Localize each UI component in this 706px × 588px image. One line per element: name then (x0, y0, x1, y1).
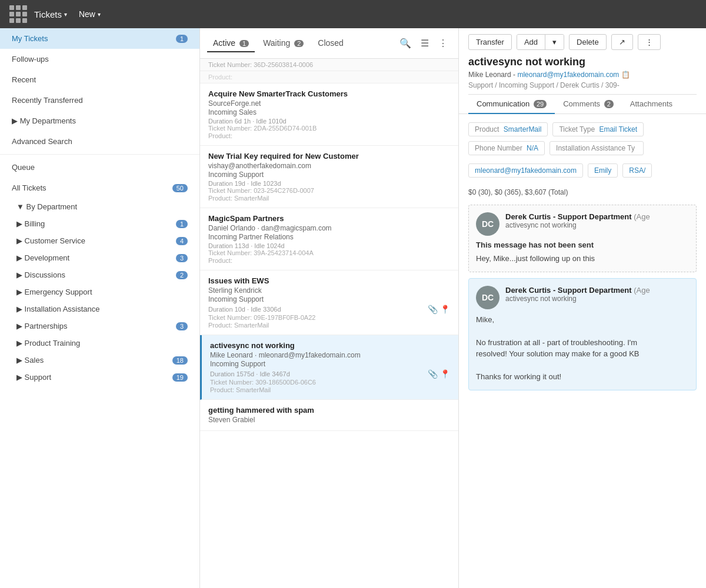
sidebar-item-dept-development[interactable]: ▶ Development3 (0, 249, 199, 266)
message-1-not-sent: This message has not been sent (476, 240, 689, 249)
tab-active[interactable]: Active 1 (207, 35, 255, 52)
new-dropdown-icon[interactable]: ▾ (98, 11, 101, 18)
tab-waiting-badge: 2 (294, 40, 304, 47)
ticket-contact-2: Daniel Orlando · dan@magicspam.com (208, 224, 450, 232)
ticket-icons-3: 📎 📍 (428, 305, 450, 314)
sidebar-item-dept-emergency-support[interactable]: ▶ Emergency Support (0, 283, 199, 300)
ticket-contact-4: Mike Leonard · mleonard@my1fakedomain.co… (210, 351, 450, 359)
sidebar-item-dept-installation-assistance[interactable]: ▶ Installation Assistance (0, 300, 199, 318)
ticket-item-2[interactable]: MagicSpam Partners Daniel Orlando · dan@… (200, 208, 458, 270)
ticket-item-4[interactable]: activesync not working Mike Leonard · ml… (200, 335, 458, 400)
department-list: ▶ Billing1▶ Customer Service4▶ Developme… (0, 215, 199, 386)
more-options-icon[interactable]: ⋮ (435, 35, 451, 51)
communication-badge: 29 (534, 100, 547, 108)
field-installation-type: Installation Assistance Ty (550, 141, 644, 155)
sidebar-item-dept-discussions[interactable]: ▶ Discussions2 (0, 266, 199, 283)
detail-subtitle: Mike Leonard - mleonard@my1fakedomain.co… (468, 71, 697, 79)
detail-tab-attachments[interactable]: Attachments (622, 95, 681, 114)
ticket-dept-0: Incoming Sales (208, 108, 450, 116)
tag-email[interactable]: mleonard@my1fakedomain.com (468, 163, 583, 178)
dept-badge-support: 19 (172, 373, 188, 382)
message-1-sender: Derek Curtis - Support Department (Age (505, 212, 650, 221)
detail-path: Support / Incoming Support / Derek Curti… (468, 81, 697, 89)
sidebar-item-follow-ups[interactable]: Follow-ups (0, 49, 199, 69)
search-icon[interactable]: 🔍 (396, 35, 415, 51)
transfer-button[interactable]: Transfer (468, 34, 512, 50)
detail-header: Transfer Add ▾ Delete ↗ ⋮ activesync not… (459, 28, 706, 114)
detail-tab-communication[interactable]: Communication 29 (468, 95, 555, 114)
delete-button[interactable]: Delete (569, 34, 607, 50)
dept-badge-sales: 18 (172, 356, 188, 365)
sidebar-item-dept-sales[interactable]: ▶ Sales18 (0, 352, 199, 369)
ticket-dept-2: Incoming Partner Relations (208, 233, 450, 241)
sidebar-item-all-tickets[interactable]: All Tickets 50 (0, 178, 199, 198)
detail-tabs: Communication 29 Comments 2 Attachments (468, 94, 697, 113)
ticket-item-1[interactable]: New Trial Key required for New Customer … (200, 146, 458, 208)
tab-waiting[interactable]: Waiting 2 (257, 35, 309, 52)
tab-active-badge: 1 (239, 40, 249, 47)
dept-badge-billing: 1 (176, 220, 188, 228)
dept-badge-partnerships: 3 (176, 322, 188, 330)
add-dropdown-button[interactable]: ▾ (545, 35, 564, 49)
detail-content: Product SmarterMail Ticket Type Email Ti… (459, 114, 706, 588)
all-tickets-badge: 50 (172, 184, 188, 192)
sidebar-item-dept-customer-service[interactable]: ▶ Customer Service4 (0, 232, 199, 249)
ticket-product-2: Product: (208, 257, 450, 264)
ticket-contact-1: vishay@anotherfakedomain.com (208, 162, 450, 170)
ticket-dept-4: Incoming Support (210, 360, 450, 368)
ticket-item-0[interactable]: Acquire New SmarterTrack Customers Sourc… (200, 83, 458, 146)
ticket-list: Active 1 Waiting 2 Closed 🔍 ☰ ⋮ Ticket N… (200, 28, 459, 588)
sidebar-item-dept-product-training[interactable]: ▶ Product Training (0, 335, 199, 352)
app-title[interactable]: Tickets (34, 9, 62, 19)
ticket-title-5: getting hammered with spam (208, 406, 450, 415)
app-grid-icon[interactable] (9, 5, 27, 23)
app-dropdown-icon[interactable]: ▾ (64, 11, 67, 18)
sidebar: My Tickets 1 Follow-ups Recent Recently … (0, 28, 200, 588)
contact-name: Mike Leonard (468, 71, 511, 79)
sidebar-item-my-departments[interactable]: ▶ My Departments (0, 111, 199, 131)
main-layout: My Tickets 1 Follow-ups Recent Recently … (0, 28, 706, 588)
message-1: DC Derek Curtis - Support Department (Ag… (468, 205, 697, 272)
avatar-1: DC (476, 212, 499, 236)
add-button[interactable]: Add (517, 35, 545, 49)
tab-closed[interactable]: Closed (312, 35, 349, 52)
external-link-button[interactable]: ↗ (611, 34, 633, 50)
sidebar-item-by-department[interactable]: ▼ By Department (0, 198, 199, 215)
ticket-product-1: Product: SmarterMail (208, 195, 450, 202)
tag-emily[interactable]: Emily (588, 163, 618, 178)
ticket-meta-0: Duration 6d 1h · Idle 1010d (208, 118, 450, 125)
sidebar-item-dept-partnerships[interactable]: ▶ Partnerships3 (0, 318, 199, 335)
detail-title: activesync not working (468, 56, 697, 68)
sidebar-item-dept-billing[interactable]: ▶ Billing1 (0, 215, 199, 232)
ticket-num-1: Ticket Number: 023-254C276D-0007 (208, 187, 450, 194)
dept-badge-development: 3 (176, 254, 188, 262)
ticket-product-4: Product: SmarterMail (210, 386, 450, 393)
ticket-num-0: Ticket Number: 2DA-255D6D74-001B (208, 125, 450, 132)
contact-email[interactable]: mleonard@my1fakedomain.com (517, 71, 619, 79)
ticket-dept-1: Incoming Support (208, 171, 450, 179)
comments-badge: 2 (604, 100, 614, 108)
more-options-button[interactable]: ⋮ (638, 34, 661, 50)
avatar-2: DC (476, 286, 499, 309)
sidebar-item-recent[interactable]: Recent (0, 69, 199, 90)
sidebar-item-dept-support[interactable]: ▶ Support19 (0, 369, 199, 386)
sidebar-item-my-tickets[interactable]: My Tickets 1 (0, 28, 199, 49)
sidebar-item-recently-transferred[interactable]: Recently Transferred (0, 90, 199, 111)
ticket-meta-3: Duration 10d · Idle 3306d 📎 📍 (208, 305, 450, 314)
sidebar-item-queue[interactable]: Queue (0, 157, 199, 178)
new-button[interactable]: New (79, 9, 95, 19)
ticket-product-header-0: Product: (200, 71, 458, 83)
ticket-item-5[interactable]: getting hammered with spam Steven Grabie… (200, 400, 458, 431)
ticket-title-1: New Trial Key required for New Customer (208, 152, 450, 161)
detail-tab-comments[interactable]: Comments 2 (555, 95, 622, 114)
ticket-contact-0: SourceForge.net (208, 99, 450, 108)
field-product: Product SmarterMail (468, 122, 548, 136)
ticket-meta-4: Duration 1575d · Idle 3467d 📎 📍 (210, 369, 450, 379)
dept-badge-customer-service: 4 (176, 237, 188, 245)
ticket-item-3[interactable]: Issues with EWS Sterling Kendrick Incomi… (200, 270, 458, 335)
tag-rsa[interactable]: RSA/ (622, 163, 652, 178)
filter-icon[interactable]: ☰ (417, 35, 432, 51)
cost-line: $0 (30), $0 (365), $3,607 (Total) (468, 186, 697, 199)
sidebar-item-advanced-search[interactable]: Advanced Search (0, 131, 199, 152)
ticket-meta-2: Duration 113d · Idle 1024d (208, 242, 450, 249)
